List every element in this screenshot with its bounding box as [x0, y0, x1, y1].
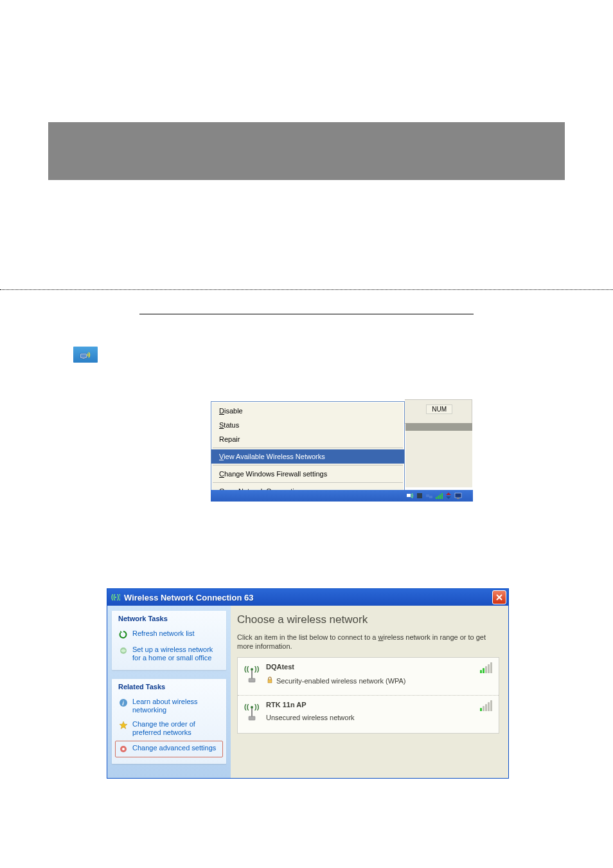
svg-rect-10 — [441, 493, 443, 499]
signal-strength-icon — [480, 663, 492, 673]
network-name: DQAtest — [266, 663, 475, 671]
close-icon — [496, 594, 502, 601]
main-heading: Choose a wireless network — [237, 613, 499, 626]
network-subtitle: Security-enabled wireless network (WPA) — [276, 677, 406, 685]
sidebar-link-learn[interactable]: i Learn about wireless networking — [112, 694, 226, 717]
svg-rect-8 — [438, 496, 439, 499]
taskbar — [211, 490, 473, 502]
network-icon[interactable] — [425, 492, 433, 500]
main-description: Click an item in the list below to conne… — [237, 633, 499, 651]
device-icon[interactable] — [416, 492, 423, 500]
sidebar-link-label: Change advanced settings — [132, 744, 216, 752]
svg-rect-6 — [429, 496, 432, 498]
sidebar-link-advanced[interactable]: Change advanced settings — [115, 741, 223, 757]
svg-text:((: (( — [244, 665, 249, 673]
main-panel: Choose a wireless network Click an item … — [231, 606, 508, 778]
svg-rect-3 — [407, 494, 411, 497]
svg-text:)): )) — [254, 665, 260, 673]
signal-strength-icon — [480, 701, 492, 711]
sidebar-link-label: Set up a wireless network for a home or … — [132, 646, 222, 662]
window-titlebar[interactable]: (()) Wireless Network Connection 63 — [107, 589, 508, 606]
sidebar-link-label: Learn about wireless networking — [132, 698, 222, 714]
gray-banner-placeholder — [48, 122, 565, 180]
info-icon: i — [118, 698, 129, 708]
wireless-title-icon: (()) — [111, 593, 120, 602]
sidebar: Network Tasks Refresh network list Set u… — [107, 606, 231, 778]
sidebar-link-refresh[interactable]: Refresh network list — [112, 626, 226, 642]
setup-network-icon — [118, 646, 129, 656]
svg-rect-5 — [426, 494, 429, 497]
svg-rect-12 — [457, 498, 459, 499]
network-name: RTK 11n AP — [266, 701, 475, 709]
svg-rect-25 — [249, 678, 255, 682]
wireless-connection-window: (()) Wireless Network Connection 63 Netw… — [107, 588, 509, 779]
menu-item-repair[interactable]: Repair — [211, 432, 404, 446]
menu-item-view-networks[interactable]: View Available Wireless Networks — [211, 449, 404, 464]
menu-item-firewall[interactable]: Change Windows Firewall settings — [211, 467, 404, 481]
svg-text:)): )) — [254, 703, 260, 710]
access-point-icon: (( )) — [243, 702, 261, 721]
svg-text:((: (( — [244, 703, 249, 710]
sidebar-header-related-tasks: Related Tasks — [112, 679, 226, 694]
network-subtitle: Unsecured wireless network — [266, 714, 355, 721]
sidebar-link-label: Refresh network list — [132, 629, 195, 638]
svg-point-28 — [251, 706, 253, 709]
monitor-icon[interactable] — [454, 492, 462, 500]
svg-rect-2 — [82, 358, 85, 359]
svg-point-22 — [251, 668, 253, 671]
updown-icon[interactable] — [445, 492, 452, 500]
sidebar-link-label: Change the order of preferred networks — [132, 720, 222, 737]
signal-bars-icon[interactable] — [435, 492, 443, 500]
svg-rect-26 — [268, 680, 272, 683]
access-point-icon: (( )) — [243, 664, 261, 683]
svg-rect-9 — [440, 494, 441, 499]
window-close-button[interactable] — [492, 590, 506, 604]
svg-point-20 — [122, 748, 125, 750]
svg-rect-24 — [251, 671, 253, 678]
wireless-tray-icon[interactable] — [406, 492, 414, 500]
menu-item-status[interactable]: Status — [211, 418, 404, 432]
svg-rect-7 — [436, 497, 437, 499]
tray-context-menu: NUM Disable Status Repair View Available… — [211, 401, 405, 501]
refresh-icon — [118, 629, 129, 640]
network-list: (( )) DQAtest — [237, 657, 499, 734]
num-lock-indicator: NUM — [426, 404, 452, 414]
star-icon — [118, 720, 129, 730]
lock-icon — [266, 676, 274, 685]
sidebar-link-setup[interactable]: Set up a wireless network for a home or … — [112, 642, 226, 665]
sidebar-header-network-tasks: Network Tasks — [112, 611, 226, 626]
svg-rect-4 — [417, 493, 422, 498]
svg-rect-11 — [455, 493, 461, 498]
network-item[interactable]: (( )) DQAtest — [238, 658, 499, 696]
wireless-tray-icon-sample — [73, 347, 98, 363]
underline-heading-placeholder — [139, 313, 474, 314]
svg-text:)): )) — [117, 593, 120, 601]
advanced-settings-icon — [118, 744, 129, 754]
svg-rect-30 — [251, 709, 253, 716]
svg-rect-1 — [81, 354, 86, 357]
window-title: Wireless Network Connection 63 — [124, 593, 492, 602]
svg-rect-31 — [249, 716, 255, 720]
menu-item-disable[interactable]: Disable — [211, 404, 404, 418]
dotted-divider — [0, 289, 613, 290]
network-item[interactable]: (( )) RTK 11n AP Unsecured wireless netw… — [238, 696, 499, 733]
sidebar-link-change-order[interactable]: Change the order of preferred networks — [112, 717, 226, 739]
system-tray — [404, 490, 473, 502]
svg-point-14 — [115, 597, 116, 598]
